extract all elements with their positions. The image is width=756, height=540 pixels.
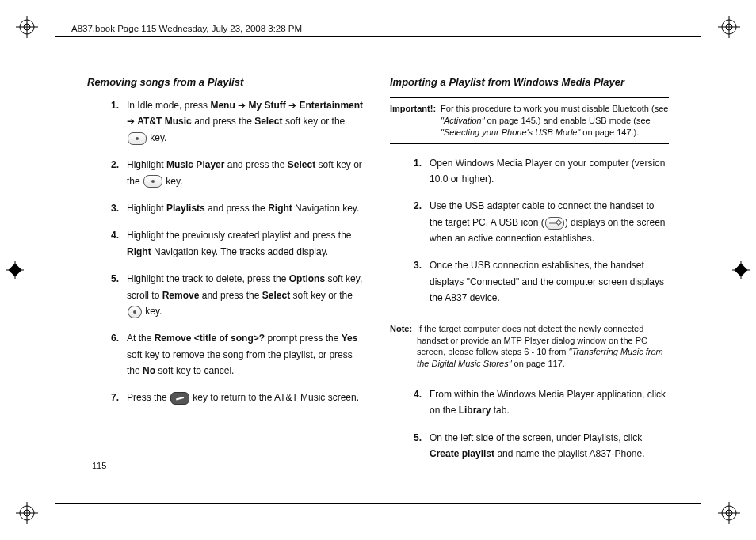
page-content: Removing songs from a Playlist 1. In Idl… (63, 46, 693, 494)
step-text: Once the USB connection establishes, the… (430, 257, 669, 306)
step-text: On the left side of the screen, under Pl… (430, 430, 669, 462)
svg-rect-18 (9, 264, 22, 277)
list-item: 5. Highlight the track to delete, press … (87, 271, 366, 319)
list-item: 6. At the Remove <title of song>? prompt… (87, 330, 366, 378)
crop-mark-icon (718, 16, 740, 38)
step-text: Highlight Music Player and press the Sel… (127, 157, 366, 189)
registration-mark-icon (732, 261, 750, 279)
step-text: In Idle mode, press Menu ➔ My Stuff ➔ En… (127, 97, 366, 146)
svg-rect-21 (735, 264, 748, 277)
left-column: Removing songs from a Playlist 1. In Idl… (87, 73, 366, 473)
note-text: For this procedure to work you must disa… (441, 103, 669, 139)
step-number: 7. (87, 390, 119, 405)
note-label: Note: (390, 323, 412, 370)
list-item: 7. Press the key to return to the AT&T M… (87, 390, 366, 405)
end-key-icon (170, 392, 189, 405)
ok-key-icon (143, 175, 162, 188)
crop-mark-icon (16, 502, 38, 524)
list-item: 2. Highlight Music Player and press the … (87, 157, 366, 189)
note-label: Important!: (390, 103, 436, 139)
crop-mark-icon (16, 16, 38, 38)
important-note: Important!: For this procedure to work y… (390, 97, 669, 144)
ok-key-icon (128, 306, 142, 318)
ok-key-icon (128, 132, 147, 145)
step-text: At the Remove <title of song>? prompt pr… (127, 330, 366, 378)
step-number: 1. (87, 97, 119, 146)
step-number: 2. (390, 198, 422, 246)
registration-mark-icon (6, 261, 24, 279)
step-number: 4. (87, 227, 119, 260)
step-text: From within the Windows Media Player app… (430, 386, 669, 419)
footer-rule (55, 503, 701, 504)
section-heading: Importing a Playlist from Windows Media … (390, 76, 669, 88)
step-text: Highlight the previously created playlis… (127, 227, 366, 260)
step-number: 5. (390, 430, 422, 462)
list-item: 4. From within the Windows Media Player … (390, 386, 669, 419)
step-text: Open Windows Media Player on your comput… (430, 155, 669, 188)
list-item: 3. Highlight Playlists and press the Rig… (87, 200, 366, 216)
section-heading: Removing songs from a Playlist (87, 76, 366, 88)
step-number: 5. (87, 271, 119, 319)
step-text: Highlight Playlists and press the Right … (127, 200, 366, 216)
step-text: Press the key to return to the AT&T Musi… (127, 390, 366, 405)
page-number: 115 (92, 461, 106, 470)
step-text: Use the USB adapter cable to connect the… (430, 198, 669, 246)
list-item: 4. Highlight the previously created play… (87, 227, 366, 260)
step-number: 3. (87, 200, 119, 216)
list-item: 5. On the left side of the screen, under… (390, 430, 669, 462)
note: Note: If the target computer does not de… (390, 318, 669, 375)
step-number: 4. (390, 386, 422, 419)
step-number: 3. (390, 257, 422, 306)
right-column: Importing a Playlist from Windows Media … (390, 73, 669, 473)
crop-mark-icon (718, 502, 740, 524)
step-text: Highlight the track to delete, press the… (127, 271, 366, 319)
header-rule (55, 36, 701, 37)
list-item: 1. In Idle mode, press Menu ➔ My Stuff ➔… (87, 97, 366, 146)
step-number: 6. (87, 330, 119, 378)
list-item: 2. Use the USB adapter cable to connect … (390, 198, 669, 246)
step-number: 1. (390, 155, 422, 188)
list-item: 3. Once the USB connection establishes, … (390, 257, 669, 306)
usb-icon (545, 217, 564, 230)
running-header: A837.book Page 115 Wednesday, July 23, 2… (71, 24, 302, 33)
note-text: If the target computer does not detect t… (417, 323, 669, 370)
step-number: 2. (87, 157, 119, 189)
list-item: 1. Open Windows Media Player on your com… (390, 155, 669, 188)
